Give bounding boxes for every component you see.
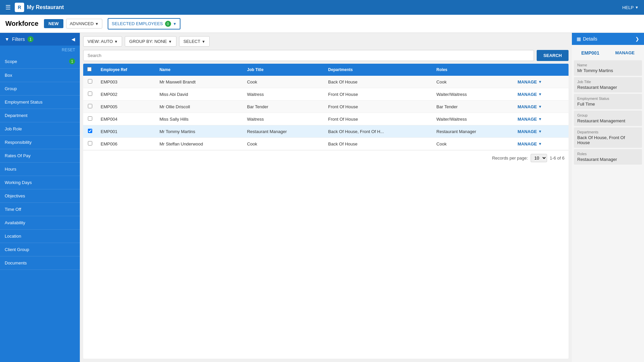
row-departments: Front Of House [324, 88, 432, 101]
sidebar-item-hours[interactable]: Hours [0, 163, 80, 176]
row-manage-chevron-icon-3[interactable]: ▼ [538, 117, 542, 121]
row-actions: MANAGE ▼ [514, 76, 569, 88]
row-checkbox-4[interactable] [88, 129, 92, 133]
details-header-label: Details [583, 36, 597, 42]
select-button[interactable]: SELECT ▼ [179, 36, 210, 47]
help-chevron-icon: ▼ [635, 5, 639, 9]
sidebar-item-time-off[interactable]: Time Off [0, 203, 80, 216]
row-checkbox-3[interactable] [88, 116, 92, 121]
details-field-value-2: Full Time [577, 102, 639, 107]
sidebar-item-group[interactable]: Group [0, 82, 80, 96]
row-roles: Bar Tender [432, 101, 514, 113]
sidebar-item-location[interactable]: Location [0, 230, 80, 243]
menu-icon[interactable]: ☰ [5, 4, 11, 11]
help-button[interactable]: HELP ▼ [622, 5, 639, 10]
row-manage-chevron-icon-1[interactable]: ▼ [538, 92, 542, 96]
select-all-checkbox[interactable] [87, 67, 92, 71]
sidebar-item-label-5: Job Role [5, 126, 22, 131]
new-button[interactable]: NEW [44, 19, 63, 28]
sidebar-item-client-group[interactable]: Client Group [0, 243, 80, 256]
sidebar-item-availability[interactable]: Availability [0, 216, 80, 230]
row-checkbox-0[interactable] [88, 79, 92, 83]
records-per-page-select[interactable]: 10 25 50 [531, 154, 547, 162]
row-manage-link-4[interactable]: MANAGE [518, 129, 537, 134]
row-emp-ref: EMP003 [97, 76, 155, 88]
sidebar-item-documents[interactable]: Documents [0, 256, 80, 270]
group-by-chevron-icon: ▼ [168, 40, 172, 44]
sidebar-item-objectives[interactable]: Objectives [0, 189, 80, 203]
row-manage-link-5[interactable]: MANAGE [518, 141, 537, 146]
selected-employees-chevron-icon: ▼ [173, 22, 177, 26]
row-manage-link-2[interactable]: MANAGE [518, 104, 537, 109]
sidebar-item-job-role[interactable]: Job Role [0, 122, 80, 136]
details-header: ▦ Details ❯ [572, 33, 644, 45]
details-field-group: Group Restaurant Management [574, 111, 642, 126]
sidebar-item-label-0: Scope [5, 59, 17, 64]
row-manage-chevron-icon-0[interactable]: ▼ [538, 80, 542, 84]
sidebar-item-label-7: Rates Of Pay [5, 153, 31, 158]
group-by-button[interactable]: GROUP BY: NONE ▼ [125, 36, 176, 47]
table-row: EMP002 Miss Abi David Waitress Front Of … [83, 88, 569, 101]
employees-table: Employee Ref Name Job Title Departments … [83, 64, 569, 150]
employees-table-container: Employee Ref Name Job Title Departments … [83, 64, 569, 359]
sidebar-item-scope[interactable]: Scope1 [0, 54, 80, 69]
details-field-value-1: Restaurant Manager [577, 85, 639, 90]
row-roles: Waiter/Waitress [432, 88, 514, 101]
details-manage-link[interactable]: MANAGE [610, 47, 639, 57]
sidebar-collapse-icon[interactable]: ◀ [71, 37, 75, 42]
details-expand-icon[interactable]: ❯ [635, 36, 639, 42]
view-chevron-icon: ▼ [114, 40, 118, 44]
row-checkbox-5[interactable] [88, 141, 92, 145]
filters-header[interactable]: ▼ Filters 1 ◀ [0, 33, 80, 46]
sidebar-item-rates-of-pay[interactable]: Rates Of Pay [0, 149, 80, 163]
table-row: EMP004 Miss Sally Hills Waitress Front O… [83, 113, 569, 125]
row-manage-chevron-icon-4[interactable]: ▼ [538, 129, 542, 133]
row-manage-chevron-icon-5[interactable]: ▼ [538, 142, 542, 146]
row-manage-link-0[interactable]: MANAGE [518, 79, 537, 84]
row-departments: Back Of House [324, 76, 432, 88]
sidebar-item-department[interactable]: Department [0, 109, 80, 122]
row-job-title: Restaurant Manager [243, 125, 324, 138]
row-name: Miss Abi David [155, 88, 243, 101]
details-field-label-4: Departments [577, 130, 639, 134]
selected-employees-button[interactable]: SELECTED EMPLOYEES 0 ▼ [108, 18, 180, 29]
view-auto-button[interactable]: VIEW: AUTO ▼ [83, 36, 122, 47]
details-icon: ▦ [577, 36, 581, 42]
row-checkbox-2[interactable] [88, 104, 92, 108]
sidebar-item-box[interactable]: Box [0, 69, 80, 82]
sidebar-item-working-days[interactable]: Working Days [0, 176, 80, 189]
row-departments: Front Of House [324, 113, 432, 125]
row-job-title: Bar Tender [243, 101, 324, 113]
sidebar-item-label-6: Responsibility [5, 140, 32, 145]
row-manage-link-3[interactable]: MANAGE [518, 117, 537, 122]
app-logo: R [15, 3, 24, 12]
content-area: VIEW: AUTO ▼ GROUP BY: NONE ▼ SELECT ▼ S… [80, 33, 572, 362]
row-departments: Back Of House, Front Of H... [324, 125, 432, 138]
details-field-departments: Departments Back Of House, Front Of Hous… [574, 127, 642, 148]
search-input[interactable] [83, 50, 534, 61]
details-emp-id: EMP001 [577, 47, 604, 57]
row-checkbox-cell [83, 101, 97, 113]
header-roles: Roles [432, 64, 514, 76]
sidebar-item-employment-status[interactable]: Employment Status [0, 96, 80, 109]
row-roles: Restaurant Manager [432, 125, 514, 138]
advanced-button[interactable]: ADVANCED ▼ [66, 19, 102, 28]
row-roles: Cook [432, 138, 514, 150]
row-checkbox-1[interactable] [88, 92, 92, 96]
records-per-page-label: Records per page: [492, 156, 528, 161]
row-manage-chevron-icon-2[interactable]: ▼ [538, 105, 542, 109]
row-name: Mr Ollie Driscoll [155, 101, 243, 113]
sidebar-item-responsibility[interactable]: Responsibility [0, 136, 80, 149]
pagination: Records per page: 10 25 50 1-6 of 6 [83, 150, 569, 166]
row-actions: MANAGE ▼ [514, 138, 569, 150]
details-field-value-5: Restaurant Manager [577, 157, 639, 162]
search-button[interactable]: SEARCH [537, 50, 569, 61]
reset-button[interactable]: RESET [0, 46, 80, 54]
table-row: EMP001 Mr Tommy Martins Restaurant Manag… [83, 125, 569, 138]
table-body: EMP003 Mr Maxwell Brandt Cook Back Of Ho… [83, 76, 569, 150]
row-manage-link-1[interactable]: MANAGE [518, 92, 537, 97]
app-title: My Restaurant [27, 4, 622, 10]
sidebar-item-label-11: Time Off [5, 207, 21, 212]
row-checkbox-cell [83, 113, 97, 125]
details-emp-row: EMP001 MANAGE [572, 45, 644, 59]
